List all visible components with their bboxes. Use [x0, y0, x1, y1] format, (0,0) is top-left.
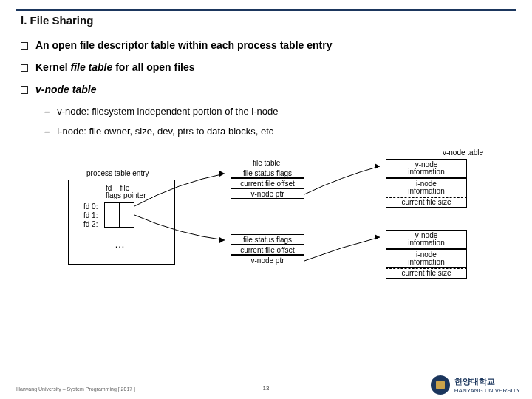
- vnode-box-2: v-nodeinformation i-nodeinformation curr…: [386, 230, 467, 279]
- sub-1: – v-node: filesystem independent portion…: [44, 106, 516, 117]
- sub-1-text: v-node: filesystem independent portion o…: [57, 106, 278, 117]
- slide-title: l. File Sharing: [16, 9, 516, 30]
- vn2-size: current file size: [386, 268, 467, 279]
- vn1-inode: i-nodeinformation: [386, 178, 467, 197]
- vn2-vnode: v-nodeinformation: [386, 230, 467, 249]
- bullet-2-post: for all open files: [112, 61, 194, 73]
- ft2-flags: file status flags: [231, 234, 304, 245]
- page-number: - 13 -: [259, 385, 273, 392]
- vn1-size: current file size: [386, 197, 467, 208]
- footer-left: Hanyang University – System Programming …: [16, 386, 135, 392]
- arrow-ft-vn: [304, 162, 386, 273]
- sub-2-text: i-node: file owner, size, dev, ptrs to d…: [57, 126, 273, 137]
- sub-list: – v-node: filesystem independent portion…: [44, 106, 516, 137]
- sub-2: – i-node: file owner, size, dev, ptrs to…: [44, 126, 516, 137]
- file-table-1: file status flags current file offset v-…: [231, 168, 304, 199]
- bullet-2: Kernel file table for all open files: [21, 61, 516, 73]
- ellipsis: …: [115, 238, 125, 250]
- ft1-vptr: v-node ptr: [231, 188, 304, 199]
- fd-table: [104, 202, 134, 228]
- fd1-label: fd 1:: [83, 211, 98, 219]
- bullet-3: v-node table: [21, 83, 516, 95]
- arrow-pt-ft: [134, 168, 231, 256]
- vn1-vnode: v-nodeinformation: [386, 159, 467, 178]
- bullet-2-pre: Kernel: [35, 61, 70, 73]
- university-logo: 한양대학교 HANYANG UNIVERSITY: [431, 375, 520, 395]
- diagram: v-node table file table process table en…: [16, 146, 516, 301]
- square-bullet-icon: [21, 86, 28, 94]
- file-table-2: file status flags current file offset v-…: [231, 234, 304, 265]
- fd0-label: fd 0:: [83, 202, 98, 211]
- ft2-offset: current file offset: [231, 245, 304, 255]
- dash-icon: –: [44, 126, 50, 137]
- bullet-2-text: Kernel file table for all open files: [35, 61, 195, 73]
- bullet-1: An open file descriptor table within eac…: [21, 39, 516, 51]
- file-table-label: file table: [253, 159, 280, 167]
- svg-marker-0: [219, 171, 225, 177]
- bullet-1-text: An open file descriptor table within eac…: [35, 39, 332, 51]
- ft2-vptr: v-node ptr: [231, 255, 304, 265]
- bullet-2-em: file table: [70, 61, 112, 73]
- square-bullet-icon: [21, 64, 28, 72]
- dash-icon: –: [44, 106, 50, 117]
- svg-marker-3: [375, 234, 380, 240]
- logo-text: 한양대학교 HANYANG UNIVERSITY: [454, 376, 520, 394]
- bullet-list: An open file descriptor table within eac…: [21, 39, 516, 137]
- vn2-inode: i-nodeinformation: [386, 249, 467, 268]
- svg-marker-2: [375, 163, 380, 169]
- logo-icon: [431, 375, 450, 395]
- fd2-label: fd 2:: [83, 220, 98, 228]
- ft1-offset: current file offset: [231, 178, 304, 188]
- ft1-flags: file status flags: [231, 168, 304, 178]
- bullet-3-text: v-node table: [35, 83, 96, 95]
- svg-marker-1: [219, 237, 225, 243]
- vnode-table-label: v-node table: [443, 149, 483, 157]
- square-bullet-icon: [21, 42, 28, 50]
- vnode-box-1: v-nodeinformation i-nodeinformation curr…: [386, 159, 467, 208]
